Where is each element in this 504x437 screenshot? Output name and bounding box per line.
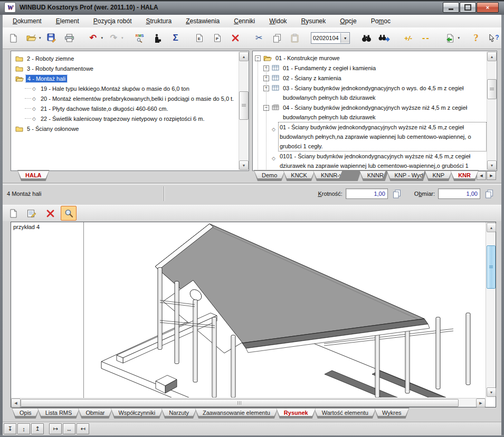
element-document-button[interactable]: E	[192, 30, 207, 46]
scrollbar-thumb[interactable]	[21, 399, 459, 407]
zoom-button[interactable]	[61, 206, 77, 221]
code-combobox[interactable]: 02020104 ▼	[311, 32, 350, 44]
find-next-button[interactable]	[377, 30, 392, 46]
menu-struktura[interactable]: Struktura	[141, 16, 176, 26]
menu-widok[interactable]: Widok	[265, 16, 291, 26]
catalog-tree-item[interactable]: −04 - Ściany budynków jednokondygnacyjny…	[255, 102, 486, 122]
minimize-button[interactable]	[443, 2, 459, 13]
dock-top-button[interactable]: ↥	[31, 423, 44, 434]
split-vertical-button[interactable]: ↕	[17, 423, 30, 434]
scrollbar-thumb[interactable]	[487, 245, 496, 289]
copy-button[interactable]	[270, 30, 284, 46]
menu-element[interactable]: Element	[52, 16, 83, 26]
catalog-tree-item[interactable]: −01 - Konstrukcje murowe	[255, 53, 486, 63]
tab-knp[interactable]: KNP	[425, 170, 453, 181]
catalog-tree-item[interactable]: +02 - Ściany z kamienia	[255, 73, 486, 83]
menu-rysunek[interactable]: Rysunek	[297, 16, 330, 26]
scrollbar-thumb[interactable]	[239, 91, 249, 120]
tree-item[interactable]: 3 - Roboty fundamentowe	[11, 63, 249, 73]
tree-item[interactable]: 4 - Montaż hali	[11, 73, 249, 83]
scroll-down-icon[interactable]: ▼	[239, 160, 249, 170]
tree-item[interactable]: 5 - Ściany osłonowe	[11, 124, 249, 134]
tab-hala[interactable]: HALA	[17, 170, 50, 181]
context-help-button[interactable]: ?	[487, 30, 501, 46]
cut-button[interactable]: ✂	[252, 30, 267, 46]
scrollbar-thumb[interactable]	[487, 79, 497, 99]
tree-item[interactable]: ◇19 - Hale typu lekkiego.Montaż słupów o…	[11, 83, 249, 93]
redo-dropdown-button[interactable]: ▾	[121, 36, 123, 40]
import-document-button[interactable]	[442, 30, 457, 46]
catalog-tree-item[interactable]: ◇01 - Ściany budynków jednokondygnacyjny…	[255, 122, 486, 151]
new-document-button[interactable]	[6, 30, 21, 46]
employee-button[interactable]	[150, 30, 165, 46]
plus-minus-button[interactable]: +/-	[401, 30, 415, 46]
undo-button[interactable]: ↶	[86, 30, 101, 46]
drawing-horizontal-scrollbar[interactable]: ◀ ▶	[11, 398, 486, 407]
menu-opcje[interactable]: Opcje	[336, 16, 360, 26]
tab-opis[interactable]: Opis	[12, 407, 40, 419]
menu-cenniki[interactable]: Cenniki	[230, 16, 259, 26]
catalog-tree-item[interactable]: ◇0101 - Ściany budynków jednokondygnacyj…	[255, 151, 486, 171]
dock-right-button[interactable]: ↦	[49, 423, 62, 434]
rms-search-button[interactable]: RMS	[132, 30, 147, 46]
tree-item[interactable]: 2 - Roboty ziemne	[11, 53, 249, 63]
tree-item[interactable]: ◇20 - Montaż elementów prefabrykowanych,…	[11, 93, 249, 103]
catalog-tree-item[interactable]: +03 - Ściany budynków jednokondygnacyjny…	[255, 83, 486, 102]
tabs-scroll-left-button[interactable]: ◀	[477, 171, 486, 180]
title-bar[interactable]: W WINBUD Kosztorys Prof (wer. 2011.10) -…	[0, 0, 504, 15]
open-document-button[interactable]	[24, 30, 39, 46]
scroll-down-icon[interactable]: ▼	[487, 160, 497, 170]
undo-dropdown-button[interactable]: ▾	[101, 36, 103, 40]
tab-obmiar[interactable]: Obmiar	[78, 407, 112, 419]
tab-knp-wyd-ii[interactable]: KNP - Wyd. II	[386, 170, 426, 181]
menu-zestawienia[interactable]: Zestawienia	[182, 16, 224, 26]
open-dropdown-button[interactable]: ▾	[39, 36, 41, 40]
obmiar-input[interactable]: 1,00	[438, 188, 480, 199]
dashes-button[interactable]: --	[419, 30, 433, 46]
close-button[interactable]: ×	[477, 2, 499, 13]
tree-item[interactable]: ◇22 - Świetlik kalenicowy trapezowy niet…	[11, 113, 249, 124]
menu-pomoc[interactable]: Pomoc	[367, 16, 395, 26]
scroll-up-icon[interactable]: ▲	[487, 223, 496, 232]
drawing-vertical-scrollbar[interactable]: ▲ ▼	[486, 222, 496, 397]
tab-lista-rms[interactable]: Lista RMS	[37, 407, 80, 419]
tab-wsp-czynniki[interactable]: Współczynniki	[110, 407, 163, 419]
maximize-button[interactable]	[460, 2, 476, 13]
menu-dokument[interactable]: Dokument	[8, 16, 46, 26]
combobox-dropdown-icon[interactable]: ▼	[340, 33, 349, 43]
tree-item[interactable]: ◇21 - Płyty dachowe faliste,o długości 4…	[11, 103, 249, 113]
edit-drawing-button[interactable]	[24, 206, 40, 221]
print-button[interactable]	[62, 30, 77, 46]
tab-zaawansowanie-elementu[interactable]: Zaawansowanie elementu	[195, 407, 278, 419]
split-horizontal-button[interactable]: ↔	[63, 423, 75, 434]
menu-pozycja-rob-t[interactable]: Pozycja robót	[89, 16, 136, 26]
krotnosc-copy-button[interactable]	[391, 188, 403, 200]
find-button[interactable]	[359, 30, 374, 46]
dock-left-button[interactable]: ↤	[77, 423, 89, 434]
tab-knnr-y-errata[interactable]: KNNR-y ERRATA	[313, 170, 362, 181]
tab-demo[interactable]: Demo	[254, 170, 285, 181]
scroll-down-icon[interactable]: ▼	[487, 387, 496, 397]
left-tree-scrollbar[interactable]: ▲ ▼	[239, 52, 248, 170]
dock-bottom-button[interactable]: ↧	[4, 423, 16, 434]
new-drawing-button[interactable]	[5, 206, 21, 221]
right-tree-scrollbar[interactable]: ▲ ▼	[487, 52, 496, 170]
help-button[interactable]: ?	[469, 30, 483, 46]
tab-knr[interactable]: KNR	[450, 170, 479, 181]
tab-knck[interactable]: KNCK	[283, 170, 315, 181]
scroll-up-icon[interactable]: ▲	[487, 52, 497, 61]
tab-narzuty[interactable]: Narzuty	[161, 407, 197, 419]
tab-knnr-y[interactable]: KNNR-y	[359, 170, 389, 181]
scroll-left-icon[interactable]: ◀	[11, 398, 21, 407]
scroll-up-icon[interactable]: ▲	[239, 52, 249, 61]
krotnosc-input[interactable]: 1,00	[346, 188, 388, 199]
delete-drawing-button[interactable]	[42, 206, 58, 221]
save-button[interactable]	[44, 30, 59, 46]
import-dropdown-button[interactable]: ▾	[458, 36, 460, 40]
obmiar-copy-button[interactable]	[483, 188, 495, 200]
drawing-list-item[interactable]: przykład 4	[11, 222, 83, 232]
delete-button[interactable]	[228, 30, 243, 46]
position-document-button[interactable]: P	[210, 30, 225, 46]
scroll-right-icon[interactable]: ▶	[476, 398, 486, 407]
tab-warto-elementu[interactable]: Wartość elementu	[314, 407, 376, 419]
